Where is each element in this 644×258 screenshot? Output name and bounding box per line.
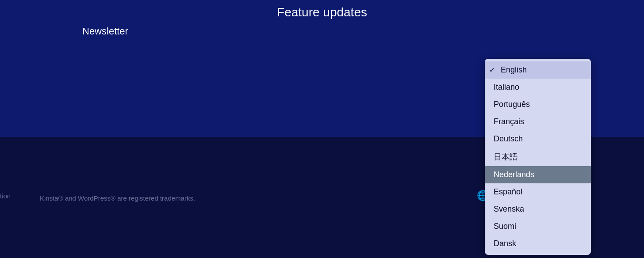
lang-label: Dansk: [494, 239, 516, 248]
lang-item-espa-ol[interactable]: Español: [485, 183, 591, 201]
lang-item-deutsch[interactable]: Deutsch: [485, 130, 591, 148]
newsletter-label: Newsletter: [82, 26, 128, 37]
lang-label: Español: [494, 187, 522, 197]
lang-label: Suomi: [494, 222, 516, 231]
lang-label: 日本語: [494, 152, 518, 162]
lang-item-portugu-s[interactable]: Português: [485, 96, 591, 113]
lang-item-nederlands[interactable]: Nederlands: [485, 166, 591, 183]
language-list: ✓EnglishItalianoPortuguêsFrançaisDeutsch…: [485, 59, 591, 255]
lang-item-svenska[interactable]: Svenska: [485, 201, 591, 218]
lang-label: Français: [494, 117, 524, 126]
lang-label: Nederlands: [494, 170, 534, 179]
lang-item-italiano[interactable]: Italiano: [485, 79, 591, 96]
lang-label: Deutsch: [494, 134, 523, 144]
lang-label: Svenska: [494, 205, 524, 214]
tion-fragment: tion: [0, 192, 11, 200]
checkmark-icon: ✓: [489, 66, 495, 74]
trademark-text: Kinsta® and WordPress® are registered tr…: [40, 194, 195, 202]
lang-item-dansk[interactable]: Dansk: [485, 235, 591, 252]
language-dropdown[interactable]: ✓EnglishItalianoPortuguêsFrançaisDeutsch…: [485, 59, 591, 255]
lang-label: Português: [494, 100, 530, 109]
lang-item-suomi[interactable]: Suomi: [485, 218, 591, 235]
lang-item-english[interactable]: ✓English: [485, 61, 591, 79]
lang-item----[interactable]: 日本語: [485, 148, 591, 166]
feature-updates-title: Feature updates: [277, 5, 367, 19]
lang-item-fran-ais[interactable]: Français: [485, 113, 591, 130]
lang-label: Italiano: [494, 83, 519, 92]
lang-label: English: [501, 65, 527, 75]
